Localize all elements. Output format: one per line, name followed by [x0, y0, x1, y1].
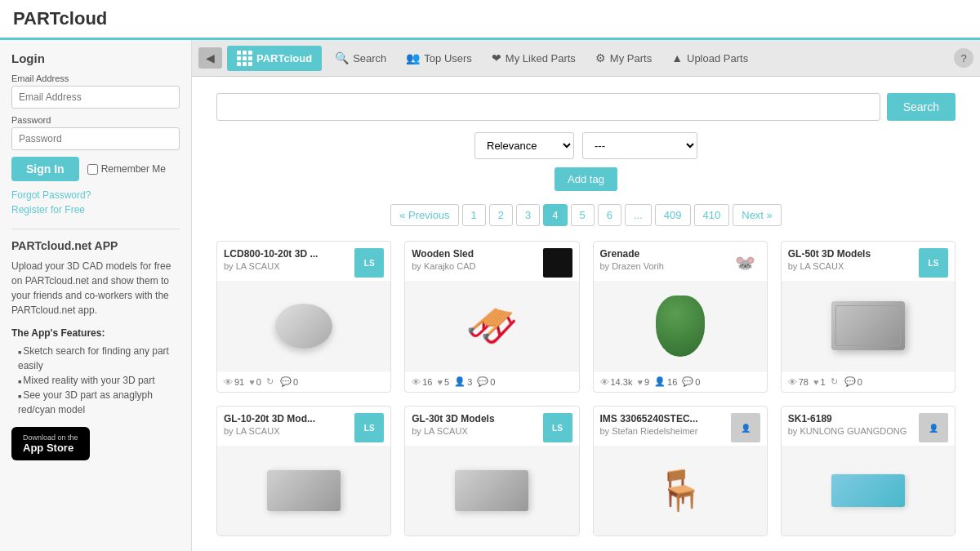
likes-stat: ♥ 0: [249, 377, 261, 387]
app-store-button[interactable]: Download on the App Store: [11, 427, 90, 460]
part-card-info: GL-10-20t 3D Mod... by LA SCAUX: [224, 413, 354, 436]
likes-stat: ♥ 1: [813, 377, 826, 387]
part-card-info: IMS 33065240STEC... by Stefan Riedelshei…: [600, 413, 731, 436]
avatar: 👤: [919, 413, 948, 442]
category-select[interactable]: --- All Categories: [582, 132, 697, 159]
page-2-button[interactable]: 2: [489, 204, 513, 226]
part-author: by Karajko CAD: [412, 261, 542, 271]
parts-icon: ⚙: [595, 51, 606, 64]
page-409-button[interactable]: 409: [655, 204, 691, 226]
part-card[interactable]: SK1-6189 by KUNLONG GUANGDONG 👤: [781, 406, 956, 536]
email-input[interactable]: [11, 86, 180, 109]
part-image-area[interactable]: [217, 281, 390, 371]
likes-stat: ♥ 9: [637, 377, 649, 387]
part-image-area[interactable]: [782, 281, 955, 371]
nav-top-users[interactable]: 👥 Top Users: [396, 47, 482, 69]
app-features-list: Sketch search for finding any part easil…: [11, 344, 180, 417]
views-count: 16: [422, 377, 432, 387]
copy-icon: 👤: [454, 376, 466, 387]
sort-select[interactable]: Relevance Date Name Views Likes: [474, 132, 574, 159]
page-6-button[interactable]: 6: [598, 204, 621, 226]
users-icon: 👥: [406, 51, 420, 64]
register-link[interactable]: Register for Free: [11, 204, 180, 216]
part-title: Wooden Sled: [412, 248, 542, 261]
views-stat: 👁 78: [788, 377, 808, 387]
app-section-title: PARTcloud.net APP: [11, 239, 180, 252]
part-card[interactable]: GL-30t 3D Models by LA SCAUX LS: [404, 406, 579, 536]
search-input[interactable]: [216, 93, 880, 121]
sidebar: Login Email Address Password Sign In Rem…: [0, 40, 192, 551]
avatar: LS: [354, 413, 384, 442]
part-author: by LA SCAUX: [788, 261, 919, 271]
page-3-button[interactable]: 3: [516, 204, 540, 226]
add-tag-button[interactable]: Add tag: [555, 167, 617, 191]
part-title: LCD800-10-20t 3D ...: [224, 248, 354, 261]
email-label: Email Address: [11, 73, 180, 83]
part-image-area[interactable]: [405, 446, 578, 535]
nav-my-parts[interactable]: ⚙ My Parts: [586, 47, 662, 69]
model-preview: [831, 474, 905, 507]
site-header: PARTcloud: [0, 0, 980, 40]
app-feature-1: Sketch search for finding any part easil…: [11, 344, 180, 373]
part-card[interactable]: LCD800-10-20t 3D ... by LA SCAUX LS 👁 91…: [216, 241, 391, 393]
avatar: LS: [543, 413, 572, 442]
part-card[interactable]: Wooden Sled by Karajko CAD 🛷 👁 16 ♥ 5 👤3…: [404, 241, 579, 393]
part-card-info: Grenade by Drazen Vorih: [600, 248, 731, 271]
part-card[interactable]: IMS 33065240STEC... by Stefan Riedelshei…: [593, 406, 768, 536]
brand-label: PARTcloud: [256, 52, 312, 64]
part-card-info: GL-30t 3D Models by LA SCAUX: [412, 413, 542, 436]
nav-liked-parts[interactable]: ❤ My Liked Parts: [482, 47, 586, 69]
part-image-area[interactable]: 🛷: [405, 281, 578, 371]
nav-upload-label: Upload Parts: [687, 52, 748, 64]
part-card[interactable]: GL-50t 3D Models by LA SCAUX LS 👁 78 ♥ 1…: [781, 241, 956, 393]
app-feature-3: See your 3D part as anaglyph red/cyan mo…: [11, 388, 180, 417]
heart-stat-icon: ♥: [813, 377, 819, 387]
back-button[interactable]: ◀: [198, 47, 222, 69]
avatar: 👤: [731, 413, 760, 442]
likes-count: 9: [644, 377, 649, 387]
model-preview: [455, 470, 528, 511]
prev-page-button[interactable]: « Previous: [390, 204, 458, 226]
part-card-header: GL-30t 3D Models by LA SCAUX LS: [405, 407, 578, 446]
avatar: 🐭: [731, 248, 760, 278]
nav-upload[interactable]: ▲ Upload Parts: [662, 47, 758, 69]
part-card-header: LCD800-10-20t 3D ... by LA SCAUX LS: [217, 242, 390, 281]
part-author: by KUNLONG GUANGDONG: [788, 426, 919, 436]
remember-me-label[interactable]: Remember Me: [87, 163, 166, 175]
part-card[interactable]: Grenade by Drazen Vorih 🐭 👁 14.3k ♥ 9 👤1…: [593, 241, 768, 393]
avatar: [543, 248, 572, 278]
model-preview: [831, 301, 905, 350]
password-label: Password: [11, 115, 180, 125]
comments-count: 0: [490, 377, 495, 387]
part-image-area[interactable]: [782, 446, 955, 535]
password-input[interactable]: [11, 127, 180, 150]
help-button[interactable]: ?: [954, 48, 973, 68]
app-store-big: App Store: [23, 442, 74, 454]
app-feature-2: Mixed reality with your 3D part: [11, 373, 180, 388]
part-image-area[interactable]: [217, 446, 390, 535]
signin-button[interactable]: Sign In: [11, 157, 79, 181]
page-5-button[interactable]: 5: [571, 204, 595, 226]
next-page-button[interactable]: Next »: [733, 204, 782, 226]
forgot-password-link[interactable]: Forgot Password?: [11, 189, 180, 201]
comments-count: 0: [858, 377, 862, 387]
part-card[interactable]: GL-10-20t 3D Mod... by LA SCAUX LS: [216, 406, 391, 536]
views-stat: 👁 91: [224, 377, 244, 387]
heart-icon: ❤: [492, 51, 501, 64]
nav-search[interactable]: 🔍 Search: [325, 47, 396, 69]
page-4-button[interactable]: 4: [543, 204, 567, 226]
heart-stat-icon: ♥: [438, 377, 443, 387]
page-ellipsis-button[interactable]: ...: [625, 204, 652, 226]
search-button[interactable]: Search: [887, 93, 956, 121]
part-image-area[interactable]: 🪑: [594, 446, 767, 535]
part-image-area[interactable]: [594, 281, 767, 371]
views-stat: 👁 16: [412, 377, 432, 387]
page-410-button[interactable]: 410: [694, 204, 730, 226]
nav-brand[interactable]: PARTcloud: [227, 46, 322, 71]
part-card-info: Wooden Sled by Karajko CAD: [412, 248, 542, 271]
upload-icon: ▲: [671, 51, 683, 64]
remember-me-checkbox[interactable]: [87, 164, 98, 175]
part-card-info: LCD800-10-20t 3D ... by LA SCAUX: [224, 248, 354, 271]
content-area: Search Relevance Date Name Views Likes -…: [192, 77, 980, 551]
page-1-button[interactable]: 1: [462, 204, 486, 226]
